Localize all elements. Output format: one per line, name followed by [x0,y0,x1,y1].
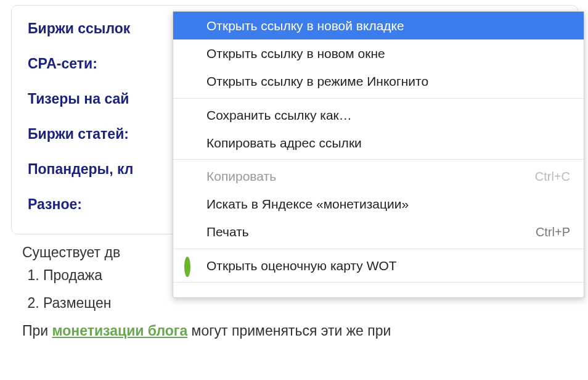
menu-item-search-yandex[interactable]: Искать в Яндексе «монетизации» [173,190,584,218]
menu-item-print[interactable]: Печать Ctrl+P [173,218,584,246]
row-label: Биржи статей: [28,126,129,142]
menu-item-label: Копировать [206,168,276,184]
menu-item-shortcut: Ctrl+C [535,169,570,184]
row-label: Биржи ссылок [28,20,130,37]
wot-icon [184,259,197,271]
menu-item-open-link-new-window[interactable]: Открыть ссылку в новом окне [173,39,584,67]
menu-item-save-link-as[interactable]: Сохранить ссылку как… [173,101,584,129]
menu-item-label: Искать в Яндексе «монетизации» [206,196,409,212]
menu-item-shortcut: Ctrl+P [536,225,570,239]
menu-item-label: Печать [206,224,249,239]
footer-pre: При [22,323,52,339]
menu-item-copy[interactable]: Копировать Ctrl+C [173,162,584,190]
row-label: CPA-сети: [28,56,97,72]
row-label: Попандеры, кл [28,161,133,178]
monetization-link[interactable]: монетизации блога [52,323,188,339]
menu-item-label: Открыть ссылку в новой вкладке [206,18,404,33]
intro-text: Существует дв [22,244,120,261]
menu-item-label: Открыть оценочную карту WOT [206,258,397,273]
menu-separator [173,282,584,283]
context-menu: Открыть ссылку в новой вкладке Открыть с… [173,11,584,298]
menu-item-open-link-new-tab[interactable]: Открыть ссылку в новой вкладке [173,12,584,39]
menu-item-copy-link-address[interactable]: Копировать адрес ссылки [173,129,584,157]
row-label: Тизеры на сай [28,91,129,107]
row-label: Разное: [28,196,82,213]
menu-item-inspect[interactable] [173,285,584,297]
menu-item-label: Копировать адрес ссылки [206,135,362,151]
menu-separator [173,98,584,99]
menu-item-open-link-incognito[interactable]: Открыть ссылку в режиме Инкогнито [173,67,584,95]
menu-item-wot[interactable]: Открыть оценочную карту WOT [173,252,584,279]
menu-item-label: Сохранить ссылку как… [206,107,352,123]
footer-paragraph: При монетизации блога могут применяться … [22,323,577,339]
menu-item-label: Открыть ссылку в новом окне [206,46,385,61]
menu-separator [173,249,584,249]
menu-item-label: Открыть ссылку в режиме Инкогнито [206,73,428,89]
footer-post: могут применяться эти же при [187,323,391,339]
menu-separator [173,159,584,160]
